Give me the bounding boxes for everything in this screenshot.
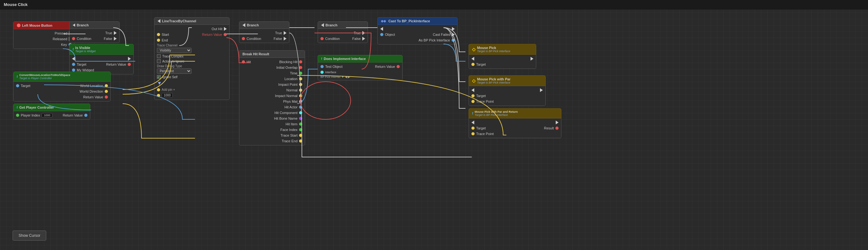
cast-to-node: ⊕⊕ Cast To BP_PickInterface Object Cast …	[377, 17, 458, 45]
does-implement-node: f Does Implement Interface Test Object R…	[318, 55, 403, 80]
get-player-header: f Get Player Controller	[13, 104, 90, 111]
get-player-func-icon: f	[17, 106, 18, 109]
mouse-pick-header: ◇ Mouse Pick Target is BP Pick Interface	[469, 44, 536, 55]
branch1-node: Branch True Condition False	[69, 21, 120, 43]
does-implement-header: f Does Implement Interface	[318, 55, 403, 63]
is-visible-node: f Is Visible Target is Widget Target Ret…	[69, 44, 134, 74]
convert-func-icon: f	[17, 75, 18, 78]
branch2-node: Branch True Condition False	[239, 21, 289, 43]
mouse-pick-return-node: f Mouse Pick with Par and Return Target …	[469, 108, 561, 138]
does-implement-body: Test Object Return Value Interface BP Pi…	[318, 63, 403, 80]
break-hit-body: Hit Blocking Hit Initial Overlap Time	[239, 58, 305, 145]
world-location-pin	[105, 84, 108, 87]
mouse-pick-par-header: ◇ Mouse Pick with Par Target is BP Pick …	[469, 75, 546, 86]
branch1-body: True Condition False	[69, 29, 120, 43]
convert-mouse-header: f ConvertMouseLocationToWorldSpace Targe…	[13, 72, 111, 82]
mouse-pick-return-header: f Mouse Pick with Par and Return Target …	[469, 108, 561, 118]
show-cursor-button[interactable]: Show Cursor	[12, 230, 46, 241]
get-player-body: Player Index 1000 Return Value	[13, 111, 90, 120]
pressed-row: Pressed	[13, 31, 74, 36]
svg-point-0	[300, 82, 351, 119]
trace-channel-dropdown[interactable]: Visibility Camera	[157, 48, 191, 53]
get-player-controller-node: f Get Player Controller Player Index 100…	[13, 104, 90, 120]
left-mouse-icon: ⬤	[17, 23, 21, 27]
cast-to-body: Object Cast Failed As BP Pick Interface	[377, 25, 458, 45]
convert-mouse-body: Target World Location World Direction Re…	[13, 82, 111, 101]
is-visible-func-icon: f	[73, 48, 73, 51]
left-mouse-button-node: ⬤ Left Mouse Button Pressed Released Key	[13, 21, 74, 49]
branch3-body: True Condition False	[318, 29, 368, 43]
actors-ignore-checkbox[interactable]	[157, 59, 161, 63]
branch1-true-pin	[114, 31, 117, 35]
left-mouse-button-body: Pressed Released Key	[13, 29, 74, 49]
ignore-self-checkbox[interactable]: ✓	[157, 75, 161, 79]
released-row: Released	[13, 36, 74, 42]
cast-to-header: ⊕⊕ Cast To BP_PickInterface	[377, 17, 458, 25]
is-visible-mywidget-pin	[72, 68, 75, 72]
page-title: Mouse Click	[4, 2, 28, 7]
mouse-pick-return-body: Target Result Trace Point	[469, 118, 561, 138]
convert-mouse-node: f ConvertMouseLocationToWorldSpace Targe…	[13, 72, 111, 101]
line-trace-body: Out Hit Start Return Value End Trace Cha…	[154, 25, 229, 100]
branch1-condition-pin	[72, 37, 75, 40]
is-visible-return-pin	[128, 63, 131, 66]
branch2-body: True Condition False	[239, 29, 289, 43]
is-visible-exec-out	[128, 57, 131, 61]
mouse-pick-par-node: ◇ Mouse Pick with Par Target is BP Pick …	[469, 75, 546, 106]
lt-exec-out	[224, 27, 227, 31]
world-direction-pin	[105, 90, 108, 93]
mouse-pick-node: ◇ Mouse Pick Target is BP Pick Interface…	[469, 44, 536, 69]
branch2-header: Branch	[239, 21, 289, 29]
branch3-header: Branch	[318, 21, 368, 29]
left-mouse-button-header: ⬤ Left Mouse Button	[13, 21, 74, 29]
does-implement-func-icon: f	[321, 57, 322, 61]
trace-complex-checkbox[interactable]	[157, 54, 161, 58]
line-trace-node: LineTraceByChannel Out Hit Start Return …	[154, 17, 229, 100]
mouse-pick-return-func-icon: f	[472, 112, 473, 115]
draw-debug-dropdown[interactable]: Persistent None ForOneFrame	[157, 68, 191, 74]
key-row: Key	[13, 42, 74, 47]
line-trace-header: LineTraceByChannel	[154, 17, 229, 25]
break-hit-header: Break Hit Result	[239, 50, 305, 58]
break-hit-node: Break Hit Result Hit Blocking Hit Initia…	[239, 50, 305, 145]
mouse-pick-par-body: Target Trace Point	[469, 86, 546, 106]
branch1-header: Branch	[69, 21, 120, 29]
is-visible-header: f Is Visible Target is Widget	[69, 44, 134, 55]
branch3-node: Branch True Condition False	[318, 21, 368, 43]
is-visible-target-pin	[72, 63, 75, 66]
branch1-false-pin	[114, 37, 117, 40]
title-bar: Mouse Click	[0, 0, 868, 9]
mouse-pick-body: Target	[469, 55, 536, 69]
add-pin-button[interactable]: Add pin +	[154, 87, 229, 92]
